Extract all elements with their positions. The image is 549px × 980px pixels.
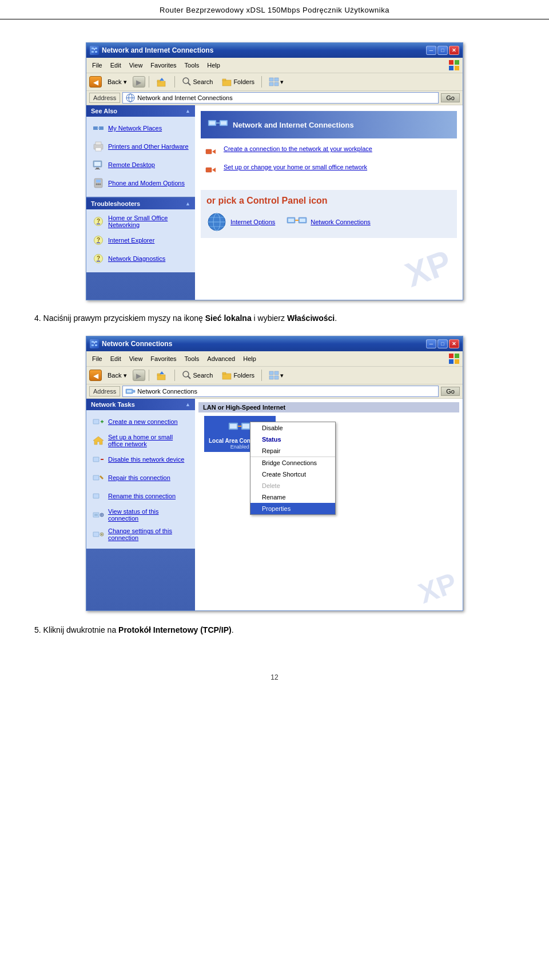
view-button-2[interactable]: ▾	[265, 369, 287, 382]
main-content-1: Network and Internet Connections Create …	[195, 105, 463, 300]
step-4-mid: i wybierz	[252, 314, 287, 323]
svg-rect-80	[127, 390, 132, 392]
menu-file-2[interactable]: File	[89, 354, 106, 363]
main-content-2: LAN or High-Speed Internet	[195, 399, 463, 610]
folders-button-2[interactable]: Folders	[218, 369, 258, 382]
svg-point-38	[100, 184, 101, 185]
menu-tools-1[interactable]: Tools	[181, 61, 203, 70]
minimize-button-1[interactable]: ─	[426, 46, 436, 55]
conn-status-label: Enabled	[230, 444, 249, 450]
sidebar-section-troubleshooters: Troubleshooters ▲ ? Home or Small Office…	[86, 198, 195, 272]
link-item-1[interactable]: Create a connection to the network at yo…	[205, 145, 452, 159]
search-label-1: Search	[193, 78, 213, 85]
back-label-2[interactable]: Back ▾	[104, 370, 130, 381]
search-button-1[interactable]: Search	[178, 75, 217, 89]
question-icon-3: ?	[94, 254, 103, 263]
sidebar-link-rename[interactable]: Rename this connection	[90, 488, 192, 504]
sidebar-link-net-diag[interactable]: ? Network Diagnostics	[90, 251, 192, 267]
svg-line-72	[188, 376, 190, 379]
sidebar-link-change-settings[interactable]: Change settings of this connection	[90, 526, 192, 543]
home-network-trouble-label: Home or Small Office Networking	[108, 215, 189, 228]
link-text-2[interactable]: Set up or change your home or small offi…	[224, 164, 367, 170]
my-network-icon	[92, 122, 105, 134]
svg-rect-10	[157, 81, 165, 86]
context-menu: Disable Status Repair Bridge Connections…	[250, 422, 336, 515]
sidebar-section-header-troubleshooters: Troubleshooters ▲	[86, 198, 195, 209]
view-status-label: View status of this connection	[108, 508, 189, 522]
minimize-button-2[interactable]: ─	[426, 339, 436, 348]
up-button-2[interactable]	[153, 368, 171, 382]
go-button-1[interactable]: Go	[441, 93, 460, 102]
sidebar-link-remote[interactable]: Remote Desktop	[90, 157, 192, 173]
address-label-1: Address	[89, 93, 120, 103]
menu-tools-2[interactable]: Tools	[181, 354, 203, 363]
svg-rect-83	[93, 419, 99, 424]
svg-rect-15	[222, 80, 231, 86]
back-button-2[interactable]: ◀	[89, 370, 102, 381]
svg-rect-40	[209, 121, 215, 125]
context-menu-shortcut[interactable]: Create Shortcut	[250, 469, 335, 480]
back-button-1[interactable]: ◀	[89, 76, 102, 88]
menu-help-1[interactable]: Help	[204, 61, 224, 70]
view-button-1[interactable]: ▾	[265, 76, 287, 88]
maximize-button-2[interactable]: □	[437, 339, 448, 348]
menu-favorites-1[interactable]: Favorites	[147, 61, 180, 70]
sidebar-link-phone[interactable]: Phone and Modem Options	[90, 175, 192, 191]
folders-button-1[interactable]: Folders	[218, 76, 258, 88]
windows-logo-icon-2	[448, 352, 460, 365]
toolbar-sep-1	[149, 76, 149, 88]
forward-button-2[interactable]: ▶	[133, 370, 145, 381]
menu-favorites-2[interactable]: Favorites	[147, 354, 180, 363]
sidebar-link-setup-home[interactable]: Set up a home or small office network	[90, 432, 192, 449]
forward-button-1[interactable]: ▶	[133, 76, 145, 88]
step-5-end: .	[232, 625, 234, 634]
internet-options-icon-item[interactable]: Internet Options	[206, 212, 275, 232]
svg-rect-65	[455, 354, 459, 358]
net-diag-label: Network Diagnostics	[108, 255, 165, 262]
network-connections-icon-item[interactable]: Network Connections	[287, 212, 371, 232]
context-menu-properties[interactable]: Properties	[250, 503, 335, 514]
context-menu-bridge[interactable]: Bridge Connections	[250, 457, 335, 469]
go-button-2[interactable]: Go	[441, 387, 460, 396]
menu-view-2[interactable]: View	[126, 354, 146, 363]
sidebar-link-printers[interactable]: Printers and Other Hardware	[90, 138, 192, 154]
close-button-1[interactable]: ✕	[449, 46, 459, 55]
titlebar-text-1: Network and Internet Connections	[102, 46, 213, 54]
sidebar-link-view-status[interactable]: View status of this connection	[90, 506, 192, 523]
menu-help-2[interactable]: Help	[240, 354, 260, 363]
link-text-1[interactable]: Create a connection to the network at yo…	[224, 145, 372, 152]
maximize-button-1[interactable]: □	[437, 46, 448, 55]
svg-rect-6	[449, 60, 453, 65]
link-icon-2	[205, 165, 219, 177]
sidebar-link-home-network[interactable]: ? Home or Small Office Networking	[90, 213, 192, 230]
menu-advanced-2[interactable]: Advanced	[204, 354, 238, 363]
svg-rect-2	[93, 49, 96, 49]
titlebar-icon-1	[90, 46, 99, 55]
menu-file-1[interactable]: File	[89, 61, 106, 70]
search-button-2[interactable]: Search	[178, 368, 217, 382]
step-4-text: 4. Naciśnij prawym przyciskiem myszy na …	[34, 312, 515, 324]
sidebar-link-ie[interactable]: ? Internet Explorer	[90, 232, 192, 248]
folders-label-2: Folders	[233, 372, 254, 379]
menu-view-1[interactable]: View	[126, 61, 146, 70]
sidebar-section-see-also: See Also ▲	[86, 105, 195, 197]
sidebar-link-my-network[interactable]: My Network Places	[90, 120, 192, 136]
context-menu-rename[interactable]: Rename	[250, 491, 335, 503]
address-input-1[interactable]: Network and Internet Connections	[122, 92, 439, 104]
menu-edit-2[interactable]: Edit	[107, 354, 125, 363]
svg-rect-66	[449, 359, 453, 364]
sidebar-link-repair[interactable]: Repair this connection	[90, 470, 192, 486]
new-conn-label: Create a new connection	[108, 418, 178, 425]
sidebar-link-disable[interactable]: Disable this network device	[90, 451, 192, 467]
address-input-2[interactable]: Network Connections	[122, 386, 439, 397]
svg-rect-76	[274, 371, 279, 375]
close-button-2[interactable]: ✕	[449, 339, 459, 348]
link-item-2[interactable]: Set up or change your home or small offi…	[205, 164, 452, 177]
context-menu-status[interactable]: Status	[250, 434, 335, 445]
up-button-1[interactable]	[153, 75, 171, 89]
context-menu-repair[interactable]: Repair	[250, 445, 335, 457]
back-label-1[interactable]: Back ▾	[104, 77, 130, 88]
menu-edit-1[interactable]: Edit	[107, 61, 125, 70]
sidebar-link-new-conn[interactable]: Create a new connection	[90, 414, 192, 430]
context-menu-disable[interactable]: Disable	[250, 422, 335, 434]
